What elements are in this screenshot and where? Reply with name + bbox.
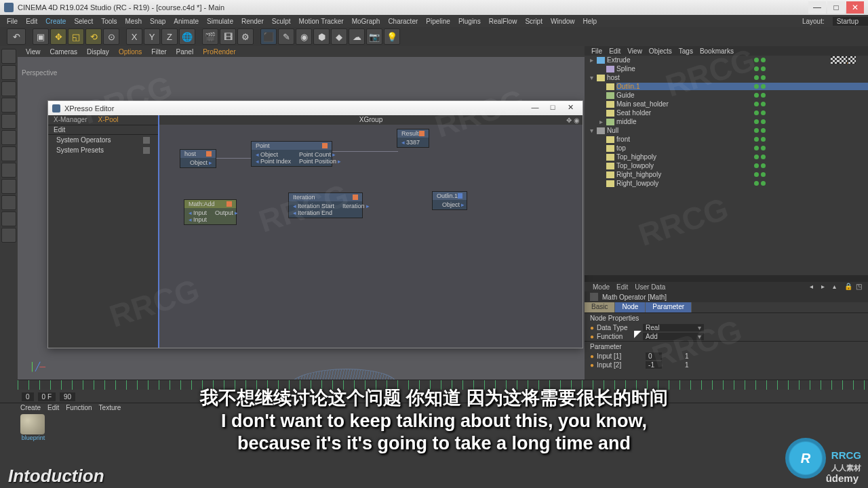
x-axis-lock[interactable]: X: [126, 28, 142, 45]
menu-tools[interactable]: Tools: [97, 18, 121, 25]
menu-character[interactable]: Character: [384, 18, 422, 25]
material-manager[interactable]: Create Edit Function Texture blueprint: [0, 403, 868, 442]
workplane-lock-icon[interactable]: [1, 228, 16, 243]
om-objects[interactable]: Objects: [649, 47, 672, 55]
om-edit[interactable]: Edit: [609, 47, 620, 55]
om-item-right-lowpoly[interactable]: Right_lowpoly: [585, 179, 868, 188]
tl-end[interactable]: 90: [60, 392, 75, 401]
mat-edit[interactable]: Edit: [47, 404, 59, 411]
point-mode-icon[interactable]: [1, 114, 16, 129]
am-lock-icon[interactable]: 🔒: [844, 283, 852, 291]
menu-file[interactable]: File: [3, 18, 22, 25]
axis-mode-icon[interactable]: [1, 163, 16, 178]
om-view[interactable]: View: [627, 47, 642, 55]
menu-help[interactable]: Help: [579, 18, 601, 25]
am-nav-fwd-icon[interactable]: ▸: [821, 283, 829, 291]
mat-function[interactable]: Function: [66, 404, 92, 411]
tab-basic[interactable]: Basic: [585, 302, 615, 312]
tl-start[interactable]: 0: [22, 392, 34, 401]
light-icon[interactable]: 💡: [384, 28, 400, 45]
attr-input1[interactable]: ●Input [1]01: [585, 352, 868, 361]
undo-button[interactable]: ↶: [7, 28, 26, 45]
menu-script[interactable]: Script: [521, 18, 547, 25]
close-button[interactable]: ✕: [846, 1, 864, 14]
am-userdata[interactable]: User Data: [635, 283, 665, 291]
deformer-icon[interactable]: ◆: [331, 28, 347, 45]
vp-panel[interactable]: Panel: [176, 48, 194, 56]
xgroup-icons[interactable]: ✥ ◉: [566, 116, 580, 125]
menu-snap[interactable]: Snap: [146, 18, 170, 25]
timeline-ruler[interactable]: [18, 380, 868, 390]
texture-mode-icon[interactable]: [1, 81, 16, 96]
om-item-seat-holder[interactable]: Seat holder: [585, 108, 868, 117]
workplane-icon[interactable]: [1, 98, 16, 113]
attr-input2[interactable]: ●Input [2]-11: [585, 361, 868, 369]
tab-xpool[interactable]: X-Pool: [92, 115, 123, 125]
node-iteration[interactable]: Iteration Iteration StartIteration End I…: [288, 192, 363, 218]
menu-motiontracker[interactable]: Motion Tracker: [295, 18, 348, 25]
menu-plugins[interactable]: Plugins: [454, 18, 485, 25]
maximize-button[interactable]: □: [827, 1, 845, 14]
vp-display[interactable]: Display: [87, 48, 109, 56]
xp-max-button[interactable]: □: [545, 103, 561, 114]
am-new-icon[interactable]: ◳: [856, 283, 864, 291]
xp-system-operators[interactable]: System Operators: [48, 135, 158, 145]
node-math-add[interactable]: Math:Add InputInput Output: [184, 199, 237, 225]
menu-sculpt[interactable]: Sculpt: [268, 18, 295, 25]
edge-mode-icon[interactable]: [1, 130, 16, 145]
vp-filter[interactable]: Filter: [151, 48, 166, 56]
xp-edit-menu[interactable]: Edit: [48, 125, 158, 135]
menu-window[interactable]: Window: [547, 18, 579, 25]
snap-settings-icon[interactable]: [1, 211, 16, 226]
om-file[interactable]: File: [591, 47, 602, 55]
xp-close-button[interactable]: ✕: [562, 103, 578, 114]
environment-icon[interactable]: ☁: [349, 28, 365, 45]
vp-prorender[interactable]: ProRender: [203, 48, 235, 56]
om-item-right-highpoly[interactable]: Right_highpoly: [585, 170, 868, 179]
scale-tool[interactable]: ◱: [68, 28, 84, 45]
am-mode[interactable]: Mode: [593, 283, 610, 291]
y-axis-lock[interactable]: Y: [144, 28, 160, 45]
menu-animate[interactable]: Animate: [170, 18, 203, 25]
generator-icon[interactable]: ⬢: [313, 28, 330, 45]
render-settings[interactable]: ⚙: [237, 28, 254, 45]
tab-node[interactable]: Node: [615, 302, 646, 312]
menu-edit[interactable]: Edit: [22, 18, 41, 25]
menu-simulate[interactable]: Simulate: [203, 18, 237, 25]
om-item-host[interactable]: ▾host: [585, 73, 868, 82]
am-nav-up-icon[interactable]: ▴: [833, 283, 841, 291]
menu-pipeline[interactable]: Pipeline: [422, 18, 454, 25]
xpresso-editor-window[interactable]: XPresso Editor — □ ✕ X-Manager X-Pool Ed…: [47, 100, 583, 348]
node-host[interactable]: host Object: [180, 149, 216, 168]
vp-view[interactable]: View: [26, 48, 41, 56]
render-view[interactable]: 🎬: [202, 28, 218, 45]
minimize-button[interactable]: —: [808, 1, 826, 14]
timeline[interactable]: 0 0 F 90: [18, 380, 868, 403]
am-edit[interactable]: Edit: [616, 283, 628, 291]
om-item-front[interactable]: front: [585, 135, 868, 144]
menu-mograph[interactable]: MoGraph: [348, 18, 384, 25]
om-tags[interactable]: Tags: [679, 47, 693, 55]
menu-realflow[interactable]: RealFlow: [485, 18, 521, 25]
vp-cameras[interactable]: Cameras: [50, 48, 78, 56]
xpresso-canvas[interactable]: XGroup✥ ◉ host Object Point ObjectPoint …: [158, 115, 583, 348]
live-select-tool[interactable]: ▣: [33, 28, 49, 45]
mat-create[interactable]: Create: [20, 404, 41, 411]
subdiv-icon[interactable]: ◉: [296, 28, 312, 45]
make-editable-icon[interactable]: [1, 49, 16, 64]
node-point[interactable]: Point ObjectPoint Index Point CountPoint…: [251, 141, 332, 167]
attr-function[interactable]: ●FunctionAdd▾: [585, 332, 868, 341]
layout-dropdown[interactable]: Startup: [833, 17, 868, 26]
om-item-middle[interactable]: ▸middle: [585, 117, 868, 126]
rotate-tool[interactable]: ⟲: [85, 28, 102, 45]
move-tool[interactable]: ✥: [50, 28, 66, 45]
xp-system-presets[interactable]: System Presets: [48, 145, 158, 155]
om-item-top[interactable]: top: [585, 144, 868, 152]
om-item-top-lowpoly[interactable]: Top_lowpoly: [585, 161, 868, 170]
model-mode-icon[interactable]: [1, 65, 16, 80]
om-item-null[interactable]: ▾Null: [585, 126, 868, 135]
tl-current[interactable]: 0 F: [38, 392, 56, 401]
vp-options[interactable]: Options: [119, 48, 142, 56]
coord-system[interactable]: 🌐: [179, 28, 195, 45]
menu-create[interactable]: Create: [41, 18, 70, 25]
